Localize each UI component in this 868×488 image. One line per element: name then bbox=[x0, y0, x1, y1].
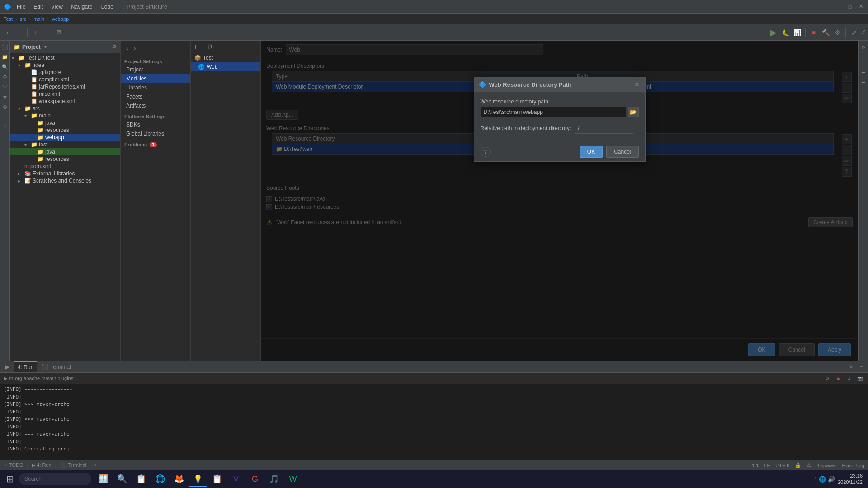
icon-strip-btn1[interactable]: ⬛ bbox=[0, 42, 9, 52]
taskbar-app-intellij[interactable]: 💡 bbox=[189, 471, 207, 487]
breadcrumb-webapp[interactable]: webapp bbox=[52, 16, 69, 22]
tree-item-jar[interactable]: 📋 jarRepositories.xml bbox=[10, 83, 120, 90]
copy-button[interactable]: ⧉ bbox=[54, 27, 65, 38]
menu-file[interactable]: File bbox=[13, 3, 29, 11]
ps-item-sdks[interactable]: SDKs bbox=[121, 120, 190, 129]
tree-item-test[interactable]: ▾ 📁 Test D:\Test bbox=[10, 54, 120, 61]
debug-button[interactable]: 🐛 bbox=[780, 27, 791, 38]
ps-item-facets[interactable]: Facets bbox=[121, 92, 190, 101]
stop-button[interactable]: ■ bbox=[808, 27, 819, 38]
dialog-cancel-button[interactable]: Cancel bbox=[606, 146, 638, 158]
ps-item-artifacts[interactable]: Artifacts bbox=[121, 101, 190, 110]
tree-item-resources[interactable]: 📁 resources bbox=[10, 127, 120, 134]
tree-item-idea[interactable]: ▾ 📁 .idea bbox=[10, 61, 120, 69]
dialog-close-button[interactable]: ✕ bbox=[633, 80, 641, 89]
ps-item-libraries[interactable]: Libraries bbox=[121, 83, 190, 92]
tree-item-misc[interactable]: 📋 misc.xml bbox=[10, 90, 120, 98]
tree-item-test-resources[interactable]: 📁 resources bbox=[10, 155, 120, 163]
icon-strip-btn2[interactable]: 📁 bbox=[0, 52, 9, 61]
close-button[interactable]: ✕ bbox=[857, 3, 864, 10]
taskbar-clock[interactable]: 23:16 2020/11/22 bbox=[838, 473, 863, 486]
tree-item-main[interactable]: ▾ 📁 main bbox=[10, 112, 120, 119]
tree-item-scratches[interactable]: ▸ 📝 Scratches and Consoles bbox=[10, 177, 120, 184]
todo-status[interactable]: ✓ TODO bbox=[4, 462, 23, 468]
run-tab[interactable]: 4: Run bbox=[14, 361, 37, 372]
remove-button[interactable]: − bbox=[42, 27, 53, 38]
module-item-web[interactable]: 🌐 Web bbox=[191, 62, 260, 71]
maximize-button[interactable]: □ bbox=[846, 3, 854, 10]
add-button[interactable]: + bbox=[30, 27, 41, 38]
event-log-status[interactable]: Event Log bbox=[842, 463, 864, 468]
module-copy-btn[interactable]: ⧉ bbox=[207, 42, 213, 52]
run-button[interactable]: ▶ bbox=[768, 27, 779, 38]
forward-button[interactable]: › bbox=[14, 27, 24, 38]
console-stop-icon[interactable]: ■ bbox=[834, 374, 843, 383]
build-button[interactable]: 🔨 bbox=[820, 27, 831, 38]
module-remove-btn[interactable]: − bbox=[199, 42, 205, 52]
position-status[interactable]: 1:1 bbox=[752, 463, 759, 468]
icon-strip-btn3[interactable]: 🔍 bbox=[0, 62, 9, 71]
tree-item-workspace[interactable]: 📋 workspace.xml bbox=[10, 98, 120, 105]
relative-path-input[interactable] bbox=[575, 123, 633, 134]
taskbar-app-jetbrains[interactable]: 📋 bbox=[208, 471, 226, 487]
right-icon-2[interactable]: − bbox=[859, 52, 868, 61]
start-button[interactable]: ⊞ bbox=[2, 471, 18, 487]
icon-strip-btn7[interactable]: ◎ bbox=[0, 102, 9, 111]
console-camera-icon[interactable]: 📷 bbox=[855, 374, 864, 383]
ps-forward-button[interactable]: › bbox=[132, 43, 138, 52]
tree-item-test-folder[interactable]: ▾ 📁 test bbox=[10, 141, 120, 148]
icon-strip-btn5[interactable]: ♡ bbox=[0, 82, 9, 91]
tree-item-pom[interactable]: m pom.xml bbox=[10, 163, 120, 170]
expand-button[interactable]: ⤢ bbox=[849, 27, 859, 38]
taskbar-app-music[interactable]: 🎵 bbox=[265, 471, 283, 487]
tree-item-src[interactable]: ▾ 📁 src bbox=[10, 105, 120, 112]
dialog-help-button[interactable]: ? bbox=[481, 147, 491, 157]
console-restart-icon[interactable]: ↺ bbox=[823, 374, 832, 383]
terminal-status[interactable]: ⬛ Terminal bbox=[60, 462, 86, 468]
taskbar-search-input[interactable] bbox=[19, 473, 91, 485]
taskbar-app-wechat[interactable]: W bbox=[284, 471, 302, 487]
breadcrumb-src[interactable]: src bbox=[20, 16, 27, 22]
encoding-status[interactable]: UTF-8 bbox=[775, 463, 789, 468]
project-dropdown-icon[interactable]: ▾ bbox=[44, 44, 47, 49]
taskbar-app-vs[interactable]: V bbox=[227, 471, 245, 487]
tree-item-java[interactable]: 📁 java bbox=[10, 119, 120, 127]
menu-edit[interactable]: Edit bbox=[30, 3, 47, 11]
breadcrumb-test[interactable]: Test bbox=[4, 16, 13, 22]
icon-strip-btn4[interactable]: ⚙ bbox=[0, 72, 9, 81]
tree-item-webapp[interactable]: 📁 webapp bbox=[10, 134, 120, 141]
breadcrumb-main[interactable]: main bbox=[33, 16, 44, 22]
right-icon-4[interactable]: ☰ bbox=[859, 78, 868, 87]
line-sep-status[interactable]: LF bbox=[764, 463, 770, 468]
icon-strip-btn6[interactable]: ★ bbox=[0, 92, 9, 101]
taskbar-app-git[interactable]: G bbox=[246, 471, 264, 487]
menu-view[interactable]: View bbox=[47, 3, 66, 11]
tree-item-test-java[interactable]: 📁 java bbox=[10, 148, 120, 155]
module-add-btn[interactable]: + bbox=[193, 42, 198, 52]
module-item-test[interactable]: 📦 Test bbox=[191, 53, 260, 62]
taskbar-app-2[interactable]: 🔍 bbox=[113, 471, 131, 487]
ps-item-modules[interactable]: Modules bbox=[121, 74, 190, 83]
help-button-status[interactable]: ? bbox=[94, 463, 96, 468]
web-dir-input[interactable] bbox=[481, 107, 626, 117]
settings-button[interactable]: ⚙ bbox=[832, 27, 843, 38]
right-icon-3[interactable]: ☰ bbox=[859, 68, 868, 77]
ps-item-global-libs[interactable]: Global Libraries bbox=[121, 129, 190, 138]
console-scroll-icon[interactable]: ⬇ bbox=[844, 374, 854, 383]
ps-item-project[interactable]: Project bbox=[121, 65, 190, 74]
terminal-tab[interactable]: ⬛ Terminal bbox=[38, 361, 74, 372]
sys-speaker-icon[interactable]: 🔊 bbox=[828, 476, 835, 483]
console-gear-icon[interactable]: ⚙ bbox=[846, 362, 855, 371]
ps-back-button[interactable]: ‹ bbox=[124, 43, 130, 52]
web-dir-browse-button[interactable]: 📂 bbox=[628, 107, 639, 117]
menu-navigate[interactable]: Navigate bbox=[67, 3, 96, 11]
tree-item-ext-libs[interactable]: ▸ 📚 External Libraries bbox=[10, 170, 120, 177]
project-gear-icon[interactable]: ⚙ bbox=[112, 44, 117, 50]
menu-code[interactable]: Code bbox=[97, 3, 117, 11]
indent-status[interactable]: 4 spaces bbox=[816, 463, 836, 468]
run-tab-icon[interactable]: ▶ bbox=[2, 361, 13, 372]
run-with-coverage[interactable]: 📊 bbox=[792, 27, 802, 38]
tree-item-gitignore[interactable]: 📄 .gitignore bbox=[10, 69, 120, 76]
back-button[interactable]: ‹ bbox=[2, 27, 13, 38]
taskbar-app-firefox[interactable]: 🦊 bbox=[170, 471, 188, 487]
